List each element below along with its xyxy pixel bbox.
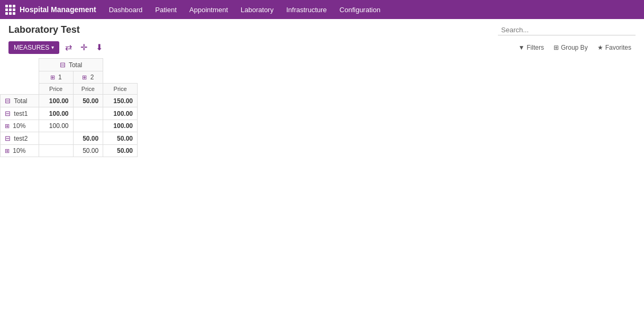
pivot-col2-header[interactable]: ⊞ 2 <box>73 71 103 84</box>
pivot-row-test1-leaf-label[interactable]: ⊞ 10% <box>1 120 39 132</box>
pivot-row-total-col2: 50.00 <box>73 95 103 107</box>
pivot-row-test2-leaf-col2: 50.00 <box>73 145 103 157</box>
favorites-button[interactable]: ★ Favorites <box>593 42 636 53</box>
pivot-col1-price-label: Price <box>39 84 73 95</box>
filters-label: Filters <box>527 44 544 51</box>
groupby-button[interactable]: ⊞ Group By <box>549 42 592 53</box>
nav-appointment[interactable]: Appointment <box>184 0 233 19</box>
expand-test2-leaf-icon[interactable]: ⊞ <box>5 148 10 154</box>
pivot-col2-label: 2 <box>90 74 94 81</box>
pivot-row-test2-leaf-total: 50.00 <box>103 145 138 157</box>
pivot-row-test2-col1 <box>39 132 73 145</box>
pivot-row-test1-col2 <box>73 107 103 120</box>
pivot-table: ⊟ Total ⊞ 1 ⊞ 2 <box>0 58 138 157</box>
nav-patient[interactable]: Patient <box>150 0 182 19</box>
toolbar: MEASURES ▾ ⇄ ✛ ⬇ ▼ Filters ⊞ Group By <box>0 39 644 58</box>
expand-button[interactable]: ✛ <box>78 41 90 54</box>
pivot-row-test1-leaf-col2 <box>73 120 103 132</box>
pivot-row-test1-col1: 100.00 <box>39 107 73 120</box>
collapse-test2-icon[interactable]: ⊟ <box>5 134 11 142</box>
expand-col2-icon[interactable]: ⊞ <box>82 74 87 80</box>
nav-configuration[interactable]: Configuration <box>334 0 386 19</box>
pivot-container: ⊟ Total ⊞ 1 ⊞ 2 <box>0 58 644 157</box>
pivot-header-row2: ⊞ 1 ⊞ 2 <box>1 71 138 84</box>
pivot-total-header: ⊟ Total <box>39 59 103 71</box>
download-button[interactable]: ⬇ <box>93 41 105 54</box>
pivot-row-test2-leaf-label[interactable]: ⊞ 10% <box>1 145 39 157</box>
collapse-test1-icon[interactable]: ⊟ <box>5 109 11 117</box>
expand-col1-icon[interactable]: ⊞ <box>50 74 55 80</box>
search-input[interactable] <box>498 25 636 35</box>
measures-label: MEASURES <box>14 44 49 51</box>
pivot-row-test2-leaf: ⊞ 10% 50.00 50.00 <box>1 145 138 157</box>
filter-icon: ▼ <box>518 44 524 51</box>
pivot-col1-label: 1 <box>58 74 62 81</box>
topnav: Hospital Management Dashboard Patient Ap… <box>0 0 644 19</box>
page-title: Laboratory Test <box>8 24 80 35</box>
pivot-total-label: Total <box>69 61 82 69</box>
collapse-total-icon[interactable]: ⊟ <box>60 61 66 69</box>
groupby-icon: ⊞ <box>554 44 559 51</box>
pivot-row-test1: ⊟ test1 100.00 100.00 <box>1 107 138 120</box>
favorites-icon: ★ <box>597 44 603 51</box>
pivot-row-test2-leaf-col1 <box>39 145 73 157</box>
measures-dropdown-arrow: ▾ <box>51 44 54 50</box>
measures-button[interactable]: MEASURES ▾ <box>8 41 59 54</box>
pivot-row-test1-leaf: ⊞ 10% 100.00 100.00 <box>1 120 138 132</box>
pivot-header-row1: ⊟ Total <box>1 59 138 71</box>
page-header: Laboratory Test <box>0 19 644 39</box>
pivot-row-total-col1: 100.00 <box>39 95 73 107</box>
pivot-row-total: ⊟ Total 100.00 50.00 150.00 <box>1 95 138 107</box>
nav-laboratory[interactable]: Laboratory <box>235 0 279 19</box>
pivot-row-total-total: 150.00 <box>103 95 138 107</box>
collapse-row-total-icon[interactable]: ⊟ <box>5 97 11 105</box>
nav-infrastructure[interactable]: Infrastructure <box>281 0 332 19</box>
main-area: Laboratory Test MEASURES ▾ ⇄ ✛ ⬇ ▼ Filte… <box>0 19 644 320</box>
pivot-row-total-label[interactable]: ⊟ Total <box>1 95 39 107</box>
pivot-row-test1-leaf-col1: 100.00 <box>39 120 73 132</box>
expand-test1-leaf-icon[interactable]: ⊞ <box>5 123 10 129</box>
filters-button[interactable]: ▼ Filters <box>514 42 548 53</box>
pivot-total-price-label: Price <box>103 84 138 95</box>
pivot-row-test2-total: 50.00 <box>103 132 138 145</box>
pivot-header-row3: Price Price Price <box>1 84 138 95</box>
pivot-row-test2: ⊟ test2 50.00 50.00 <box>1 132 138 145</box>
groupby-label: Group By <box>561 44 588 51</box>
brand: Hospital Management <box>5 5 96 15</box>
brand-label: Hospital Management <box>20 5 96 14</box>
favorites-label: Favorites <box>605 44 631 51</box>
toolbar-left: MEASURES ▾ ⇄ ✛ ⬇ <box>8 41 105 54</box>
pivot-row-test1-leaf-total: 100.00 <box>103 120 138 132</box>
pivot-col1-header[interactable]: ⊞ 1 <box>39 71 73 84</box>
pivot-row-test1-total: 100.00 <box>103 107 138 120</box>
pivot-col2-price-label: Price <box>73 84 103 95</box>
app-grid-icon[interactable] <box>5 5 15 15</box>
swap-axes-button[interactable]: ⇄ <box>62 41 75 54</box>
nav-dashboard[interactable]: Dashboard <box>104 0 148 19</box>
pivot-row-test1-label[interactable]: ⊟ test1 <box>1 107 39 120</box>
toolbar-right: ▼ Filters ⊞ Group By ★ Favorites <box>514 42 636 53</box>
pivot-row-test2-col2: 50.00 <box>73 132 103 145</box>
pivot-row-test2-label[interactable]: ⊟ test2 <box>1 132 39 145</box>
